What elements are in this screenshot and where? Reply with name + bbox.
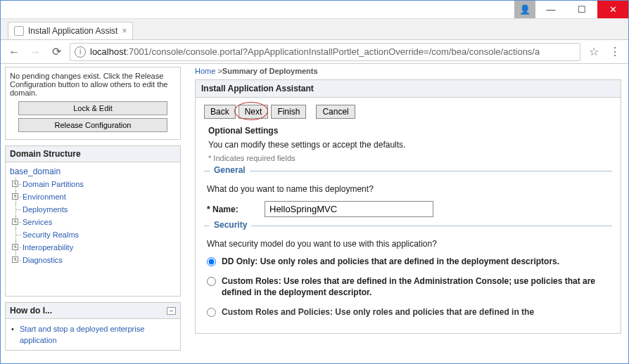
general-legend: General — [210, 165, 250, 175]
reload-button[interactable]: ⟳ — [49, 44, 64, 60]
address-bar[interactable]: i localhost:7001/console/console.portal?… — [70, 43, 580, 61]
maximize-window-button[interactable]: ☐ — [566, 1, 597, 18]
close-window-button[interactable]: ✕ — [597, 1, 628, 18]
tree-node-interoperability[interactable]: Interoperability — [23, 243, 73, 252]
forward-button: → — [27, 44, 43, 60]
install-assistant-panel: Install Application Assistant Back Next … — [195, 79, 621, 334]
required-fields-note: * Indicates required fields — [208, 154, 612, 162]
window-titlebar: 👤 — ☐ ✕ — [1, 1, 628, 19]
security-custom-roles-policies-label: Custom Roles and Policies: Use only role… — [222, 306, 534, 318]
close-tab-icon[interactable]: × — [122, 26, 127, 36]
browser-toolbar: ← → ⟳ i localhost:7001/console/console.p… — [1, 40, 628, 64]
security-dd-only-label: DD Only: Use only roles and policies tha… — [222, 256, 559, 267]
back-step-button[interactable]: Back — [204, 105, 236, 119]
panel-minimize-icon[interactable]: – — [167, 307, 176, 315]
tree-node-environment[interactable]: Environment — [23, 193, 66, 201]
breadcrumb-home[interactable]: Home — [195, 67, 215, 75]
browser-menu-icon[interactable]: ⋮ — [607, 45, 623, 58]
favicon-icon — [14, 26, 24, 36]
back-button[interactable]: ← — [6, 44, 22, 60]
assistant-title: Install Application Assistant — [196, 80, 621, 98]
tree-root[interactable]: base_domain — [10, 167, 176, 176]
tree-expand-icon[interactable]: + — [12, 244, 18, 250]
name-label: * Name: — [207, 204, 256, 214]
deployment-name-input[interactable] — [265, 201, 433, 217]
security-question: What security model do you want to use w… — [207, 239, 612, 249]
bookmark-star-icon[interactable]: ☆ — [586, 45, 602, 58]
change-center-panel: No pending changes exist. Click the Rele… — [5, 67, 181, 140]
domain-structure-panel: Domain Structure base_domain +Domain Par… — [5, 145, 181, 297]
tree-expand-icon[interactable]: + — [12, 193, 18, 200]
security-legend: Security — [210, 220, 251, 230]
site-info-icon[interactable]: i — [75, 46, 86, 58]
lock-edit-button[interactable]: Lock & Edit — [18, 101, 167, 115]
how-do-i-link[interactable]: Start and stop a deployed enterprise app… — [10, 323, 176, 346]
breadcrumb-current: Summary of Deployments — [222, 67, 318, 75]
how-do-i-panel: How do I... – Start and stop a deployed … — [5, 302, 181, 351]
tree-expand-icon[interactable]: + — [12, 219, 18, 225]
next-step-button[interactable]: Next — [239, 105, 269, 119]
security-custom-roles-policies-radio[interactable] — [207, 308, 216, 317]
security-dd-only-radio[interactable] — [207, 257, 216, 266]
tab-title: Install Application Assist — [28, 26, 117, 36]
user-icon[interactable]: 👤 — [514, 1, 535, 18]
cancel-button[interactable]: Cancel — [316, 105, 355, 119]
how-do-i-title: How do I... — [10, 306, 52, 316]
tree-node-services[interactable]: Services — [23, 218, 52, 226]
optional-settings-heading: Optional Settings — [208, 126, 612, 136]
tree-node-deployments[interactable]: Deployments — [23, 205, 68, 214]
tree-node-security-realms[interactable]: Security Realms — [23, 230, 79, 239]
breadcrumb: Home >Summary of Deployments — [195, 64, 621, 79]
minimize-window-button[interactable]: — — [535, 1, 566, 18]
tree-node-domain-partitions[interactable]: Domain Partitions — [23, 180, 84, 188]
url-text: localhost:7001/console/console.portal?Ap… — [90, 46, 540, 57]
tree-expand-icon[interactable]: + — [12, 256, 18, 263]
release-config-button[interactable]: Release Configuration — [18, 118, 167, 132]
change-center-note: No pending changes exist. Click the Rele… — [10, 72, 176, 97]
domain-structure-title: Domain Structure — [6, 146, 180, 162]
name-question: What do you want to name this deployment… — [207, 184, 612, 194]
finish-button[interactable]: Finish — [271, 105, 306, 119]
optional-settings-desc: You can modify these settings or accept … — [208, 140, 612, 150]
tree-node-diagnostics[interactable]: Diagnostics — [23, 256, 63, 264]
browser-tab[interactable]: Install Application Assist × — [8, 22, 133, 39]
security-custom-roles-label: Custom Roles: Use roles that are defined… — [222, 275, 612, 298]
tree-expand-icon[interactable]: + — [12, 181, 18, 187]
browser-tabstrip: Install Application Assist × — [1, 19, 628, 40]
security-custom-roles-radio[interactable] — [207, 277, 216, 286]
